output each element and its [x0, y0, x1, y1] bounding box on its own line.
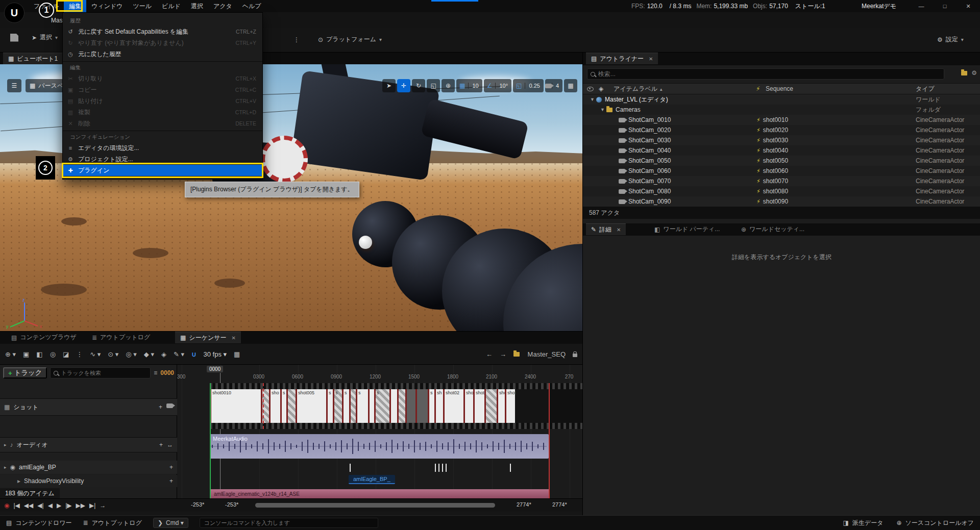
menubar-item[interactable]: アクタ: [208, 0, 237, 12]
shot-clip[interactable]: [261, 389, 269, 423]
keyframe-tick[interactable]: [510, 464, 511, 472]
column-type[interactable]: タイプ: [916, 85, 935, 93]
shot-clip[interactable]: sho: [269, 389, 280, 423]
sequencer-timeline[interactable]: 30003000600090012001500180021002400270 0…: [177, 365, 582, 498]
menu-item[interactable]: ↺ 元に戻す Set Default Capabilities を編集 CTRL…: [63, 26, 262, 37]
shot-clip[interactable]: [405, 389, 415, 423]
add-shot-icon[interactable]: +: [159, 403, 162, 411]
outliner-row[interactable]: ▼ Master_LVL (エディタ) ⚡ ワールド: [583, 94, 980, 105]
source-control-button[interactable]: ⊕ソースコントロールオフ: [896, 519, 974, 527]
camera-speed-control[interactable]: 4: [545, 79, 562, 92]
outliner-row[interactable]: ShotCam_0050 ⚡shot0050 CineCameraActor: [583, 156, 980, 166]
outliner-search-input[interactable]: [598, 70, 941, 78]
current-frame-field[interactable]: 0000: [160, 369, 174, 376]
menu-item[interactable]: ✕ 削除 DELETE: [63, 118, 262, 129]
shot-clip[interactable]: [349, 389, 356, 423]
save-button[interactable]: [10, 34, 18, 42]
snap-magnet-button[interactable]: ∪: [191, 350, 197, 358]
outliner-search[interactable]: [587, 68, 944, 80]
row-sequence-link[interactable]: ⚡shot0040: [756, 147, 788, 154]
row-sequence-link[interactable]: ⚡shot0060: [756, 167, 788, 174]
shot-clip[interactable]: [397, 389, 405, 423]
expand-arrow[interactable]: ▼: [600, 107, 606, 112]
expand-arrow[interactable]: ▼: [590, 97, 596, 102]
menu-item[interactable]: ✂ 切り取り CTRL+X: [63, 73, 262, 84]
row-sequence-link[interactable]: ⚡shot0050: [756, 157, 788, 164]
close-icon[interactable]: ✕: [231, 335, 235, 341]
row-sequence-link[interactable]: ⚡shot0070: [756, 178, 788, 185]
menu-item[interactable]: ▤ 貼り付け CTRL+V: [63, 95, 262, 107]
shot-clip[interactable]: [368, 389, 374, 423]
shot-clip[interactable]: shot0010: [210, 389, 261, 423]
shot-clip[interactable]: [286, 389, 296, 423]
sequencer-tool-button[interactable]: ◆ ▾: [144, 350, 154, 358]
audio-nav-icons[interactable]: ↔: [167, 441, 173, 448]
row-sequence-link[interactable]: ⚡shot0090: [756, 198, 788, 205]
playback-end-marker[interactable]: [549, 383, 550, 498]
maximize-button[interactable]: □: [933, 0, 957, 12]
column-sequence[interactable]: Sequence: [766, 85, 793, 92]
shots-track-row[interactable]: ▦ ショット +: [0, 398, 177, 416]
transport-button[interactable]: →: [100, 502, 106, 509]
working-range-end[interactable]: 2774*: [517, 501, 531, 508]
tab-viewport1[interactable]: ▦ビューポート1: [3, 53, 63, 64]
maximize-viewport-button[interactable]: ▦: [564, 79, 577, 92]
sequencer-tool-button[interactable]: ◪: [63, 350, 69, 358]
menubar-item[interactable]: 編集: [64, 0, 86, 12]
outliner-row[interactable]: ShotCam_0040 ⚡shot0040 CineCameraActor: [583, 145, 980, 156]
menu-item[interactable]: ▥ 複製 CTRL+D: [63, 107, 262, 118]
menubar-item[interactable]: ヘルプ: [237, 0, 266, 12]
menu-item[interactable]: ≡ エディタの環境設定...: [63, 142, 262, 154]
sequencer-tool-button[interactable]: ◎: [50, 350, 56, 358]
menu-item[interactable]: ↻ やり直す (やり直す対象がありません) CTRL+Y: [63, 37, 262, 48]
animation-section[interactable]: amlEagle_cinematic_v124b_r14_ASE: [210, 489, 549, 498]
working-range-start[interactable]: -253*: [225, 501, 238, 508]
sequence-breadcrumb[interactable]: Master_SEQ: [513, 350, 566, 358]
menu-item[interactable]: ✚ プラグイン: [63, 165, 262, 176]
shot-clip[interactable]: s: [374, 389, 389, 423]
sequencer-tool-button[interactable]: ◎ ▾: [126, 350, 136, 358]
nav-forward-button[interactable]: →: [500, 350, 506, 358]
shot-clip[interactable]: shot02: [443, 389, 463, 423]
tab-outliner[interactable]: ▤アウトライナー✕: [586, 53, 658, 64]
playback-start-marker[interactable]: [210, 383, 211, 498]
view-range-end[interactable]: 2774*: [552, 501, 567, 508]
shot-clip[interactable]: s: [333, 389, 342, 423]
playhead-time-tag[interactable]: 0000: [207, 366, 223, 372]
pin-column-icon[interactable]: ◈: [599, 85, 603, 92]
close-icon[interactable]: ✕: [617, 227, 621, 233]
view-range-start[interactable]: -253*: [191, 501, 204, 508]
sequencer-tool-button[interactable]: ◈: [161, 350, 166, 358]
grid-snap-value[interactable]: 10: [468, 83, 482, 89]
camera-lock-icon[interactable]: [166, 403, 173, 408]
visibility-column-icon[interactable]: [587, 87, 594, 91]
menubar-item[interactable]: 選択: [186, 0, 208, 12]
viewport-menu-button[interactable]: ☰: [7, 79, 21, 92]
scale-snap-control[interactable]: ◱0.25: [513, 79, 544, 92]
shot-clip[interactable]: [389, 389, 397, 423]
grid-snap-control[interactable]: ▦10: [456, 79, 482, 92]
transport-button[interactable]: ▶|: [89, 502, 95, 509]
shot-clip[interactable]: sh: [434, 389, 443, 423]
keyframe-tick[interactable]: [435, 464, 436, 472]
scale-snap-value[interactable]: 0.25: [525, 83, 543, 89]
shot-clip[interactable]: sho: [463, 389, 473, 423]
menubar-item[interactable]: ビルド: [157, 0, 186, 12]
outliner-row[interactable]: ShotCam_0030 ⚡shot0030 CineCameraActor: [583, 135, 980, 145]
tab-content-browser[interactable]: ▤コンテンツブラウザ: [6, 332, 82, 343]
transport-button[interactable]: ◀|: [37, 502, 43, 509]
transport-button[interactable]: ◉: [4, 502, 9, 509]
track-search[interactable]: [50, 367, 151, 378]
more-options-button[interactable]: ⋮: [293, 36, 300, 43]
add-key-icon[interactable]: +: [169, 477, 173, 485]
platforms-dropdown[interactable]: ⊙プラットフォーム▾: [318, 35, 382, 44]
expand-arrow[interactable]: ▸: [4, 442, 7, 447]
rotate-tool[interactable]: ↻: [412, 79, 425, 92]
sequencer-tool-button[interactable]: ◧: [36, 350, 42, 358]
shot-clip[interactable]: [415, 389, 428, 423]
derived-data-button[interactable]: ◨派生データ: [843, 519, 884, 527]
minimize-button[interactable]: —: [910, 0, 933, 12]
tab-details[interactable]: ✎詳細✕: [586, 223, 626, 235]
sequencer-tool-button[interactable]: ▣: [23, 350, 29, 358]
shot-clip[interactable]: s: [428, 389, 434, 423]
